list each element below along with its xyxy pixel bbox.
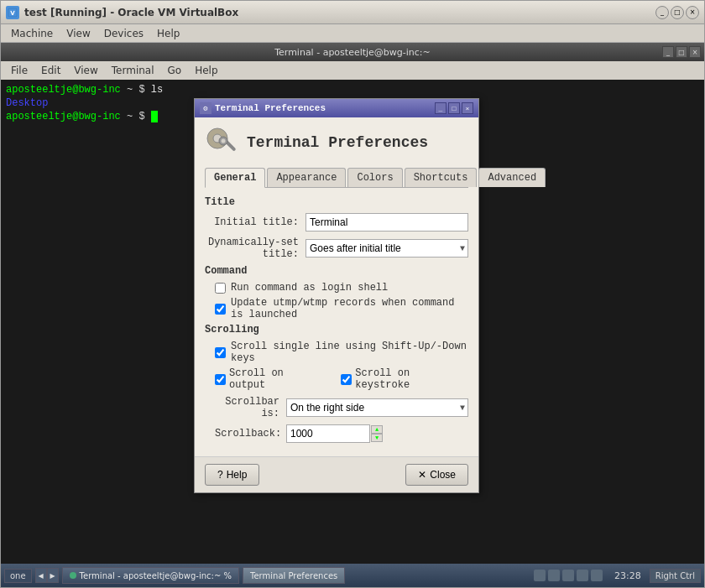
- vm-menubar: Machine View Devices Help: [1, 24, 704, 43]
- terminal-menu-go[interactable]: Go: [161, 63, 189, 78]
- scroll-single-line-label: Scroll single line using Shift-Up/-Down …: [231, 341, 468, 364]
- scroll-on-keystroke-group: Scroll on keystroke: [341, 367, 468, 391]
- vm-menu-help[interactable]: Help: [150, 26, 186, 41]
- taskbar-workspace[interactable]: one: [4, 569, 32, 583]
- update-utmp-checkbox[interactable]: [215, 304, 226, 315]
- initial-title-label: Initial title:: [205, 216, 306, 228]
- scrollback-increment-button[interactable]: ▲: [371, 425, 383, 434]
- taskbar-item-terminal[interactable]: Terminal - aposteeltje@bwg-inc:~ %: [62, 567, 239, 584]
- tab-shortcuts[interactable]: Shortcuts: [405, 168, 478, 187]
- terminal-menu-file[interactable]: File: [4, 63, 34, 78]
- terminal-close-button[interactable]: ×: [689, 46, 701, 58]
- tab-general[interactable]: General: [205, 168, 265, 188]
- taskbar-nav: ◀ ▶: [35, 568, 59, 583]
- scrollbar-select-wrap: On the right side On the left side Disab…: [286, 398, 468, 417]
- terminal-menu-edit[interactable]: Edit: [34, 63, 67, 78]
- dynamic-title-select[interactable]: Goes after initial title Goes before ini…: [306, 239, 468, 258]
- vm-menu-machine[interactable]: Machine: [4, 26, 60, 41]
- initial-title-input[interactable]: [306, 213, 468, 232]
- terminal-line-1: aposteeltje@bwg-inc ~ $ ls: [6, 83, 699, 96]
- taskbar-time: 23:28: [609, 570, 646, 581]
- terminal-preferences-dialog: ⚙ Terminal Preferences _ □ ×: [194, 98, 479, 493]
- close-button[interactable]: ✕ Close: [405, 464, 468, 486]
- terminal-title: Terminal - aposteeltje@bwg-inc:~: [4, 47, 701, 58]
- scrollbar-row: Scrollbar is: On the right side On the l…: [205, 396, 468, 419]
- dialog: ⚙ Terminal Preferences _ □ ×: [194, 98, 479, 493]
- scrollbar-select[interactable]: On the right side On the left side Disab…: [286, 398, 468, 417]
- scroll-on-output-label: Scroll on output: [229, 367, 324, 391]
- dialog-close-button[interactable]: ×: [462, 102, 473, 114]
- help-button[interactable]: ? Help: [205, 464, 259, 486]
- close-icon: ✕: [418, 469, 426, 481]
- dynamic-title-label: Dynamically-set title:: [205, 237, 306, 260]
- tray-icon-2[interactable]: [548, 570, 560, 581]
- vm-win-controls: _ □ ×: [655, 6, 699, 19]
- dialog-title-icon: ⚙: [200, 102, 212, 114]
- taskbar-item-preferences[interactable]: Terminal Preferences: [243, 567, 345, 584]
- scrollback-decrement-button[interactable]: ▼: [371, 434, 383, 442]
- run-login-shell-row: Run command as login shell: [205, 282, 468, 294]
- dialog-header-icon: [205, 126, 238, 159]
- dynamic-title-row: Dynamically-set title: Goes after initia…: [205, 237, 468, 260]
- vm-restore-button[interactable]: □: [671, 6, 684, 19]
- dialog-titlebar: ⚙ Terminal Preferences _ □ ×: [195, 99, 478, 117]
- dialog-header: Terminal Preferences: [205, 126, 468, 159]
- terminal-menu: File Edit View Terminal Go Help: [1, 61, 704, 80]
- terminal-restore-button[interactable]: □: [676, 46, 687, 58]
- title-section-heading: Title: [205, 196, 468, 208]
- vm-window: V test [Running] - Oracle VM VirtualBox …: [0, 0, 705, 588]
- tray-icon-4[interactable]: [577, 570, 588, 581]
- dialog-win-controls: _ □ ×: [435, 102, 473, 114]
- dialog-footer: ? Help ✕ Close: [195, 456, 478, 492]
- svg-text:⚙: ⚙: [202, 105, 208, 113]
- help-icon: ?: [217, 469, 223, 481]
- dialog-title-text: Terminal Preferences: [215, 103, 435, 113]
- taskbar-item-terminal-dot: [70, 572, 76, 579]
- taskbar-next-button[interactable]: ▶: [47, 568, 59, 583]
- close-button-label: Close: [430, 469, 456, 481]
- help-button-label: Help: [227, 469, 248, 481]
- taskbar-systray: [530, 570, 606, 581]
- scrollback-input[interactable]: [286, 424, 370, 443]
- tabs: General Appearance Colors Shortcuts Adva…: [205, 168, 468, 188]
- terminal-minimize-button[interactable]: _: [662, 46, 674, 58]
- scrollback-label: Scrollback:: [215, 428, 286, 440]
- vm-title: test [Running] - Oracle VM VirtualBox: [24, 7, 655, 18]
- command-section-heading: Command: [205, 265, 468, 277]
- vm-minimize-button[interactable]: _: [655, 6, 669, 19]
- scroll-on-output-checkbox[interactable]: [215, 374, 226, 385]
- scroll-single-line-checkbox[interactable]: [215, 347, 226, 358]
- update-utmp-label: Update utmp/wtmp records when command is…: [231, 297, 468, 320]
- run-login-shell-checkbox[interactable]: [215, 283, 226, 294]
- tray-icon-3[interactable]: [562, 570, 574, 581]
- dialog-header-title: Terminal Preferences: [247, 134, 428, 151]
- vm-menu-view[interactable]: View: [60, 26, 97, 41]
- terminal-menu-view[interactable]: View: [67, 63, 104, 78]
- scrollbar-label: Scrollbar is:: [215, 396, 286, 419]
- tray-icon-1[interactable]: [534, 570, 546, 581]
- terminal-menu-terminal[interactable]: Terminal: [105, 63, 161, 78]
- scroll-on-keystroke-label: Scroll on keystroke: [355, 367, 468, 391]
- tray-icon-5[interactable]: [591, 570, 603, 581]
- update-utmp-row: Update utmp/wtmp records when command is…: [205, 297, 468, 320]
- vm-titlebar: V test [Running] - Oracle VM VirtualBox …: [1, 1, 704, 24]
- tab-colors[interactable]: Colors: [347, 168, 402, 187]
- taskbar-prev-button[interactable]: ◀: [35, 568, 47, 583]
- scrolling-section-heading: Scrolling: [205, 324, 468, 336]
- scroll-on-keystroke-checkbox[interactable]: [341, 374, 352, 385]
- taskbar-item-preferences-label: Terminal Preferences: [250, 571, 337, 580]
- dialog-restore-button[interactable]: □: [448, 102, 460, 114]
- dialog-minimize-button[interactable]: _: [435, 102, 446, 114]
- vm-close-button[interactable]: ×: [686, 6, 699, 19]
- terminal-menu-help[interactable]: Help: [188, 63, 224, 78]
- taskbar: one ◀ ▶ Terminal - aposteeltje@bwg-inc:~…: [1, 564, 704, 587]
- initial-title-row: Initial title:: [205, 213, 468, 232]
- scroll-single-line-row: Scroll single line using Shift-Up/-Down …: [205, 341, 468, 364]
- tab-appearance[interactable]: Appearance: [267, 168, 346, 187]
- vm-icon: V: [6, 6, 19, 19]
- tab-advanced[interactable]: Advanced: [478, 168, 546, 187]
- vm-menu-devices[interactable]: Devices: [97, 26, 150, 41]
- terminal-win-controls: _ □ ×: [662, 46, 701, 58]
- taskbar-item-terminal-label: Terminal - aposteeltje@bwg-inc:~ %: [80, 571, 232, 580]
- svg-point-9: [222, 139, 226, 143]
